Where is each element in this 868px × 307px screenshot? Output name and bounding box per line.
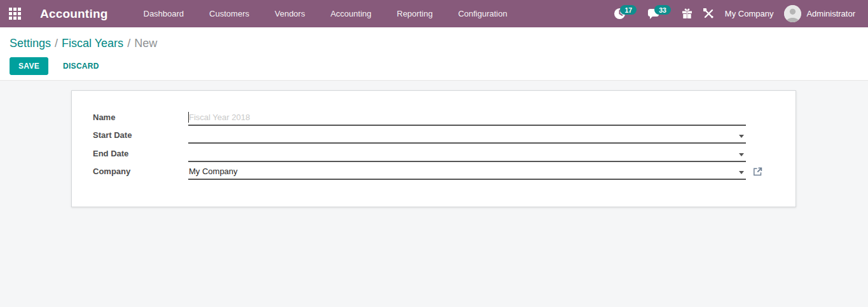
- breadcrumb-current: New: [134, 37, 157, 50]
- top-navbar: Accounting Dashboard Customers Vendors A…: [0, 0, 868, 27]
- end-date-input[interactable]: [188, 149, 746, 161]
- start-date-input[interactable]: [188, 130, 746, 142]
- breadcrumb: Settings/Fiscal Years/New: [10, 36, 868, 50]
- app-title[interactable]: Accounting: [40, 7, 108, 21]
- external-link-icon[interactable]: [753, 167, 762, 177]
- gift-icon: [682, 8, 692, 19]
- caret-down-icon[interactable]: [739, 153, 744, 156]
- menu-vendors[interactable]: Vendors: [262, 0, 318, 27]
- form-row-name: Name: [93, 107, 796, 126]
- name-label: Name: [93, 113, 188, 126]
- control-panel: Settings/Fiscal Years/New SAVE DISCARD: [0, 27, 868, 81]
- menu-configuration[interactable]: Configuration: [445, 0, 520, 27]
- breadcrumb-settings[interactable]: Settings: [10, 37, 51, 50]
- start-date-label: Start Date: [93, 130, 188, 144]
- name-field-wrapper: [188, 113, 746, 126]
- start-date-field-wrapper: [188, 130, 746, 144]
- promotions-menu[interactable]: [682, 8, 692, 19]
- name-input[interactable]: [188, 113, 746, 125]
- breadcrumb-separator: /: [127, 37, 130, 50]
- user-menu[interactable]: Administrator: [784, 5, 855, 22]
- avatar: [784, 5, 801, 22]
- company-switcher-label: My Company: [725, 9, 774, 18]
- caret-down-icon[interactable]: [739, 135, 744, 138]
- company-switcher[interactable]: My Company: [725, 9, 774, 18]
- content-area: Name Start Date End Date Company: [0, 81, 868, 307]
- fiscal-year-form-sheet: Name Start Date End Date Company: [71, 90, 796, 207]
- breadcrumb-fiscal-years[interactable]: Fiscal Years: [62, 37, 123, 50]
- activities-menu[interactable]: 17: [614, 8, 637, 20]
- company-field-wrapper: [188, 167, 746, 180]
- messages-badge: 33: [654, 5, 671, 15]
- end-date-field-wrapper: [188, 149, 746, 162]
- caret-down-icon[interactable]: [739, 171, 744, 174]
- save-button[interactable]: SAVE: [10, 57, 48, 75]
- breadcrumb-separator: /: [55, 37, 58, 50]
- text-cursor: [188, 112, 189, 123]
- menu-customers[interactable]: Customers: [196, 0, 262, 27]
- company-input[interactable]: [188, 167, 746, 179]
- discard-button[interactable]: DISCARD: [58, 58, 104, 74]
- company-label: Company: [93, 167, 188, 180]
- control-panel-buttons: SAVE DISCARD: [10, 57, 868, 75]
- menu-dashboard[interactable]: Dashboard: [131, 0, 197, 27]
- menu-accounting[interactable]: Accounting: [318, 0, 384, 27]
- crossed-tools-icon: [703, 8, 714, 19]
- menu-reporting[interactable]: Reporting: [384, 0, 445, 27]
- messages-menu[interactable]: 33: [647, 8, 671, 20]
- main-menu: Dashboard Customers Vendors Accounting R…: [131, 0, 520, 27]
- activities-badge: 17: [620, 5, 637, 15]
- form-row-end-date: End Date: [93, 144, 796, 162]
- systray: 17 33: [614, 5, 855, 22]
- end-date-label: End Date: [93, 149, 188, 162]
- form-row-company: Company: [93, 162, 796, 181]
- apps-grid-icon[interactable]: [9, 8, 21, 20]
- user-menu-label: Administrator: [806, 9, 855, 18]
- tools-menu[interactable]: [703, 8, 714, 19]
- form-row-start-date: Start Date: [93, 126, 796, 144]
